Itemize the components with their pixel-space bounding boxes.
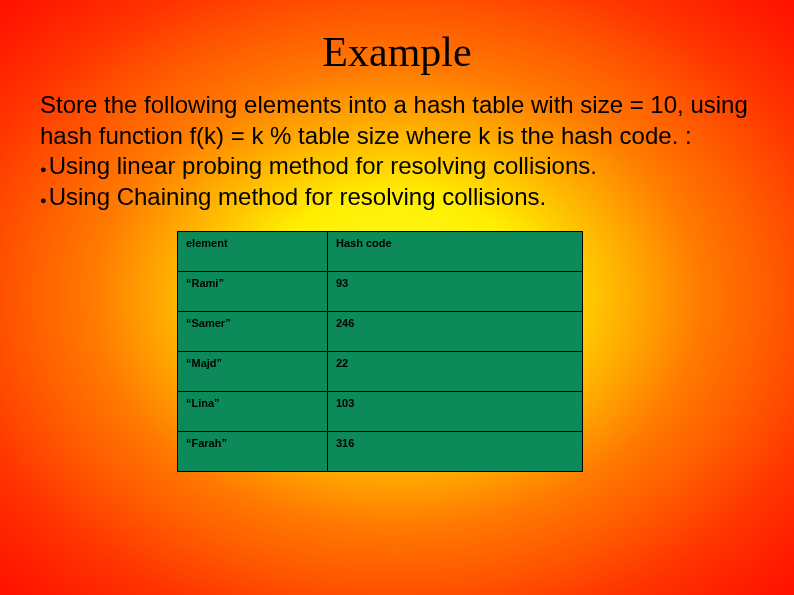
slide-title: Example <box>40 28 754 76</box>
bullet-text: Using Chaining method for resolving coll… <box>49 183 547 210</box>
slide-content: Example Store the following elements int… <box>40 28 754 472</box>
cell-element: “Samer” <box>178 311 328 351</box>
cell-hashcode: 103 <box>328 391 583 431</box>
problem-statement: Store the following elements into a hash… <box>40 90 754 151</box>
cell-hashcode: 22 <box>328 351 583 391</box>
cell-hashcode: 246 <box>328 311 583 351</box>
table-row: “Lina” 103 <box>178 391 583 431</box>
bullet-text: Using linear probing method for resolvin… <box>49 152 597 179</box>
table-row: “Farah” 316 <box>178 431 583 471</box>
cell-element: “Lina” <box>178 391 328 431</box>
bullet-dot-icon: ● <box>40 194 47 206</box>
header-element: element <box>178 231 328 271</box>
table-row: “Rami” 93 <box>178 271 583 311</box>
bullet-chaining: ●Using Chaining method for resolving col… <box>40 182 754 213</box>
table-header-row: element Hash code <box>178 231 583 271</box>
cell-element: “Farah” <box>178 431 328 471</box>
cell-hashcode: 93 <box>328 271 583 311</box>
table-row: “Samer” 246 <box>178 311 583 351</box>
cell-element: “Rami” <box>178 271 328 311</box>
cell-element: “Majd” <box>178 351 328 391</box>
slide-background: Example Store the following elements int… <box>0 0 794 595</box>
bullet-dot-icon: ● <box>40 163 47 175</box>
header-hashcode: Hash code <box>328 231 583 271</box>
cell-hashcode: 316 <box>328 431 583 471</box>
bullet-linear-probing: ●Using linear probing method for resolvi… <box>40 151 754 182</box>
slide-body: Store the following elements into a hash… <box>40 90 754 213</box>
hash-table: element Hash code “Rami” 93 “Samer” 246 … <box>177 231 583 472</box>
table-row: “Majd” 22 <box>178 351 583 391</box>
